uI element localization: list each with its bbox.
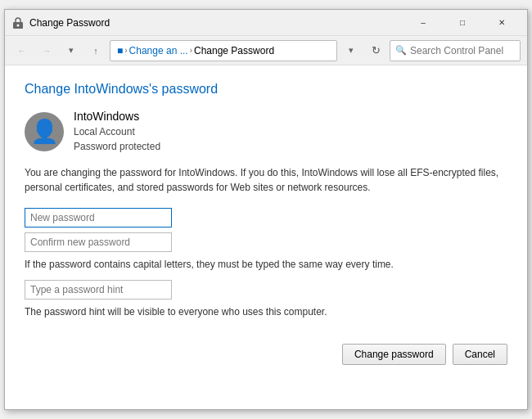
page-title: Change IntoWindows's password <box>25 82 507 97</box>
back-button[interactable]: ← <box>11 40 33 61</box>
user-name: IntoWindows <box>74 110 160 123</box>
breadcrumb-part1[interactable]: Change an ... <box>129 45 188 56</box>
breadcrumb: ■ › Change an ... › Change Password <box>110 40 337 61</box>
nav-bar: ← → ▾ ↑ ■ › Change an ... › Change Passw… <box>5 36 527 65</box>
forward-button[interactable]: → <box>36 40 57 61</box>
capital-letters-hint: If the password contains capital letters… <box>25 257 507 272</box>
new-password-group <box>25 208 507 228</box>
maximize-button[interactable]: □ <box>444 10 481 36</box>
user-details: IntoWindows Local Account Password prote… <box>74 110 160 154</box>
breadcrumb-root[interactable]: ■ <box>117 45 123 56</box>
window-controls: – □ ✕ <box>404 10 521 36</box>
password-hint-input[interactable] <box>25 280 172 300</box>
up-button[interactable]: ↑ <box>85 40 106 61</box>
window-icon <box>11 16 25 29</box>
svg-point-1 <box>17 24 20 26</box>
user-account-type: Local Account <box>74 124 160 139</box>
change-password-button[interactable]: Change password <box>342 344 446 365</box>
breadcrumb-sep2: › <box>190 46 192 55</box>
password-hint-note: The password hint will be visible to eve… <box>25 304 507 319</box>
title-bar: Change Password – □ ✕ <box>5 10 527 36</box>
refresh-button[interactable]: ↻ <box>365 40 386 61</box>
avatar: 👤 <box>25 112 64 151</box>
minimize-button[interactable]: – <box>404 10 442 36</box>
recent-button[interactable]: ▾ <box>61 40 82 61</box>
breadcrumb-current: Change Password <box>194 45 274 56</box>
breadcrumb-sep1: › <box>124 46 127 55</box>
password-hint-group <box>25 280 507 300</box>
warning-text: You are changing the password for IntoWi… <box>25 165 507 195</box>
confirm-password-group <box>25 232 507 252</box>
avatar-icon: 👤 <box>30 120 59 143</box>
close-button[interactable]: ✕ <box>483 10 521 36</box>
user-info: 👤 IntoWindows Local Account Password pro… <box>25 110 507 154</box>
search-input[interactable] <box>410 45 515 56</box>
confirm-password-input[interactable] <box>25 232 172 252</box>
change-password-window: Change Password – □ ✕ ← → ▾ ↑ ■ › Change… <box>4 9 528 410</box>
action-buttons: Change password Cancel <box>25 336 507 365</box>
cancel-button[interactable]: Cancel <box>453 344 507 365</box>
breadcrumb-dropdown[interactable]: ▾ <box>340 40 362 61</box>
content-area: Change IntoWindows's password 👤 IntoWind… <box>5 65 527 409</box>
new-password-input[interactable] <box>25 208 172 228</box>
window-title: Change Password <box>29 17 404 29</box>
search-box: 🔍 <box>390 40 521 61</box>
user-password-status: Password protected <box>74 139 160 154</box>
search-icon: 🔍 <box>395 45 407 56</box>
